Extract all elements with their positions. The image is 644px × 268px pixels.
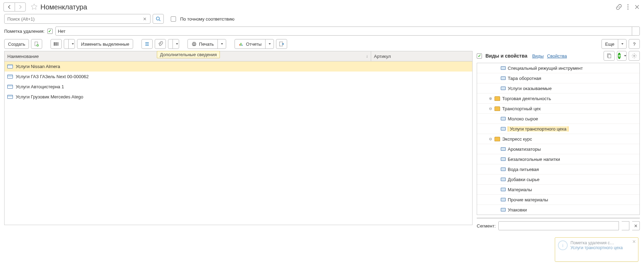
nav-forward-button[interactable]: [15, 2, 26, 12]
nav-back-button[interactable]: [3, 2, 15, 12]
segment-dropdown-icon[interactable]: [622, 221, 629, 230]
row-name: Услуги Nissan Almera: [16, 64, 60, 69]
print-button[interactable]: Печать: [187, 39, 226, 49]
search-input-wrapper[interactable]: ✕: [4, 14, 151, 24]
empty-detail-panel: [477, 218, 640, 218]
filter-dropdown-button[interactable]: [64, 39, 75, 49]
table-row[interactable]: Услуги Автоцистерна 1: [5, 82, 472, 92]
tree-item[interactable]: Молоко сырое: [477, 114, 639, 124]
clear-search-icon[interactable]: ✕: [141, 16, 148, 22]
export-icon: [279, 41, 284, 47]
tree-item[interactable]: Ароматизаторы: [477, 144, 639, 154]
favorite-icon[interactable]: [31, 3, 38, 10]
tree-label: Молоко сырое: [508, 116, 538, 121]
tree-item[interactable]: Услуги оказываемые: [477, 83, 639, 94]
svg-rect-11: [239, 44, 240, 46]
segment-input[interactable]: [498, 221, 619, 230]
item-icon: [7, 85, 13, 89]
paperclip-icon: [158, 41, 163, 47]
tree-item[interactable]: Специальный режущий инструмент: [477, 63, 639, 73]
right-pane: Виды и свойства Виды Свойства + Специаль…: [477, 51, 640, 230]
search-input[interactable]: [7, 16, 141, 22]
attachment-button[interactable]: [155, 39, 166, 49]
tree-folder[interactable]: ⊕Торговая деятельность: [477, 94, 639, 104]
link-types[interactable]: Виды: [532, 53, 544, 59]
create-copy-button[interactable]: [31, 39, 42, 49]
table-row[interactable]: Услуги Nissan Almera: [5, 61, 472, 72]
add-button[interactable]: +: [617, 51, 627, 61]
left-pane: Наименование ↓ Дополнительные сведения А…: [4, 51, 473, 230]
row-name: Услуги Грузовик Mercedes Atego: [16, 94, 83, 99]
chevron-down-icon[interactable]: [632, 27, 639, 35]
svg-point-2: [628, 9, 629, 10]
filter-enabled-checkbox[interactable]: [47, 29, 53, 34]
filter-select[interactable]: Нет: [55, 27, 640, 36]
table-row[interactable]: Услуги ГАЗ ГАЗель Next 00-000062: [5, 72, 472, 82]
leaf-icon: [501, 178, 506, 181]
tree-item[interactable]: Безалкогольные напитки: [477, 154, 639, 164]
change-selected-button[interactable]: Изменить выделенные: [77, 39, 133, 49]
item-icon: [7, 95, 13, 99]
folder-icon: [495, 137, 500, 141]
col-header-article[interactable]: Артикул: [371, 51, 472, 61]
settings-button[interactable]: [629, 51, 640, 61]
col-header-name[interactable]: Наименование ↓ Дополнительные сведения: [5, 51, 371, 61]
table-body[interactable]: Услуги Nissan AlmeraУслуги ГАЗ ГАЗель Ne…: [4, 61, 473, 225]
tree-item[interactable]: Материалы: [477, 185, 639, 195]
page-title: Номенклатура: [40, 3, 87, 11]
exact-match-label: По точному соответствию: [180, 16, 235, 22]
table-row[interactable]: Услуги Грузовик Mercedes Atego: [5, 92, 472, 102]
tree-item[interactable]: Упаковки: [477, 205, 639, 215]
tree-label: Безалкогольные напитки: [508, 157, 560, 162]
leaf-icon: [501, 188, 506, 191]
link-icon[interactable]: [615, 3, 622, 10]
tree-folder[interactable]: ⊖Экспресс курс: [477, 134, 639, 144]
right-header: Виды и свойства Виды Свойства +: [477, 51, 640, 63]
more-vertical-icon[interactable]: [624, 3, 631, 10]
barcode-button[interactable]: [51, 39, 62, 49]
tree-folder[interactable]: ⊖Транспортный цех: [477, 104, 639, 114]
tree-label: Вода питьевая: [508, 167, 539, 172]
tree-item[interactable]: Тара оборотная: [477, 73, 639, 83]
tree-label: Упаковки: [508, 207, 527, 213]
title-bar: Номенклатура: [0, 0, 644, 13]
reports-button[interactable]: Отчеты: [235, 39, 274, 49]
tree-item[interactable]: Вода питьевая: [477, 164, 639, 174]
list-mode-button[interactable]: [141, 39, 153, 49]
more-button[interactable]: Еще: [601, 39, 627, 49]
link-props[interactable]: Свойства: [547, 53, 567, 59]
tree-label: Тара оборотная: [508, 76, 541, 81]
svg-rect-12: [240, 43, 241, 46]
leaf-icon: [501, 168, 506, 171]
leaf-icon: [501, 147, 506, 151]
close-button[interactable]: [634, 3, 641, 10]
tree-item[interactable]: Прочие материалы: [477, 195, 639, 205]
expand-icon[interactable]: ⊕: [488, 96, 492, 100]
svg-rect-16: [608, 54, 611, 58]
search-icon: [155, 16, 161, 22]
types-enabled-checkbox[interactable]: [477, 53, 482, 59]
create-button[interactable]: Создать: [4, 39, 29, 49]
right-links: Виды Свойства: [530, 53, 567, 59]
tree-body[interactable]: Специальный режущий инструментТара оборо…: [477, 63, 640, 215]
exact-match-checkbox[interactable]: [171, 16, 176, 22]
copy-button[interactable]: [604, 51, 615, 61]
collapse-icon[interactable]: ⊖: [488, 106, 492, 111]
export-button[interactable]: [276, 39, 287, 49]
new-doc-icon: [34, 41, 39, 47]
arrow-left-icon: [7, 4, 12, 10]
help-button[interactable]: ?: [629, 39, 640, 49]
row-name: Услуги Автоцистерна 1: [16, 84, 64, 89]
collapse-icon[interactable]: ⊖: [488, 137, 492, 141]
tree-item[interactable]: Добавки сырье: [477, 174, 639, 185]
item-icon: [7, 65, 13, 68]
segment-clear-icon[interactable]: ✕: [632, 221, 640, 230]
leaf-icon: [501, 87, 506, 90]
chart-icon: [238, 41, 244, 47]
search-button[interactable]: [153, 14, 164, 24]
paste-dropdown-button[interactable]: [168, 39, 179, 49]
leaf-icon: [501, 127, 506, 131]
tree-item[interactable]: Услуги транспортного цеха: [477, 124, 639, 134]
tree-label: Экспресс курс: [502, 136, 532, 142]
tree-label: Добавки сырье: [508, 177, 539, 182]
